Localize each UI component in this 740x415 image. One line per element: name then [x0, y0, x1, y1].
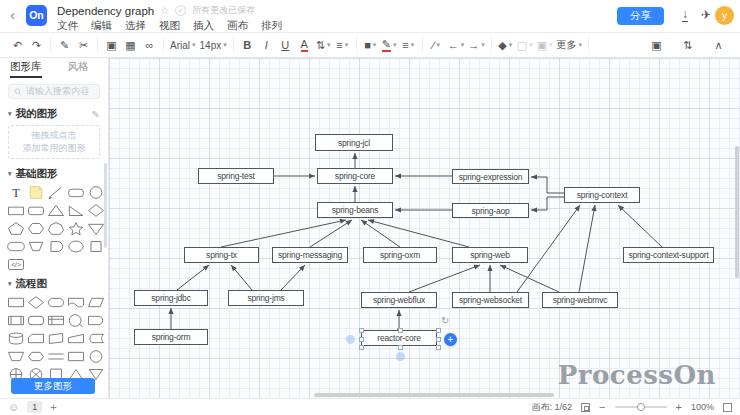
- selection-handle[interactable]: [359, 345, 364, 350]
- diagram-canvas[interactable]: spring-jclspring-testspring-corespring-e…: [109, 58, 740, 398]
- edge-spring-orm-to-spring-jdbc[interactable]: [168, 308, 173, 329]
- sidebar-tab-style[interactable]: 风格: [68, 58, 89, 78]
- shape-card[interactable]: [26, 329, 46, 347]
- view-settings-button[interactable]: ⇅: [680, 37, 695, 54]
- add-page-icon[interactable]: +: [50, 401, 56, 413]
- processon-logo[interactable]: On: [26, 5, 47, 26]
- shape-or-junction[interactable]: [66, 311, 86, 329]
- shape-pentagon[interactable]: [6, 219, 26, 237]
- page-tab-1[interactable]: 1: [27, 401, 42, 413]
- favorite-star-icon[interactable]: ☆: [160, 5, 169, 16]
- my-shapes-header[interactable]: ▾ 我的图形 ✎: [0, 103, 108, 123]
- shape-square[interactable]: [86, 237, 106, 255]
- menu-item-5[interactable]: 插入: [193, 19, 214, 33]
- fit-to-screen-icon[interactable]: [581, 403, 590, 412]
- shape-rect[interactable]: [6, 201, 26, 219]
- line-width-button[interactable]: ≡▾: [401, 37, 416, 54]
- connector-style-button[interactable]: ∕▾: [429, 37, 444, 54]
- shape-terminator[interactable]: [46, 293, 66, 311]
- edge-spring-websocket-to-spring-web[interactable]: [487, 265, 492, 292]
- edge-spring-jms-to-spring-tx[interactable]: [231, 265, 252, 290]
- selection-handle[interactable]: [436, 345, 441, 350]
- clear-format-button[interactable]: ✂: [76, 37, 91, 54]
- shape-decision[interactable]: [26, 293, 46, 311]
- pages-overview-icon[interactable]: ☺: [8, 401, 19, 413]
- node-spring-web[interactable]: spring-web: [452, 247, 528, 263]
- back-icon[interactable]: ‹: [10, 7, 15, 22]
- bring-forward-button[interactable]: ▢▾: [517, 37, 533, 54]
- node-spring-websocket[interactable]: spring-websocket: [452, 292, 529, 308]
- edge-spring-aop-to-spring-beans[interactable]: [395, 207, 452, 212]
- selection-handle[interactable]: [359, 337, 364, 342]
- shape-triangle[interactable]: [46, 201, 66, 219]
- node-spring-context[interactable]: spring-context: [564, 187, 640, 203]
- shape-circle[interactable]: [86, 183, 106, 201]
- node-spring-tx[interactable]: spring-tx: [184, 247, 259, 263]
- selection-handle[interactable]: [436, 328, 441, 333]
- node-spring-oxm[interactable]: spring-oxm: [363, 247, 437, 263]
- quick-add-button[interactable]: +: [444, 333, 457, 346]
- menu-item-4[interactable]: 视图: [159, 19, 180, 33]
- shape-style-button[interactable]: ◆▾: [498, 37, 513, 54]
- edge-spring-messaging-to-spring-beans[interactable]: [310, 220, 352, 247]
- shape-manual-input[interactable]: [66, 329, 86, 347]
- insert-link-button[interactable]: ∞: [142, 37, 157, 54]
- insert-frame-button[interactable]: ▣: [104, 37, 119, 54]
- vertical-scrollbar[interactable]: [735, 146, 739, 278]
- node-spring-expression[interactable]: spring-expression: [452, 169, 529, 184]
- zoom-slider[interactable]: [615, 406, 667, 408]
- underline-button[interactable]: U: [278, 37, 293, 54]
- bold-button[interactable]: B: [240, 37, 255, 54]
- shape-star[interactable]: [66, 219, 86, 237]
- sidebar-tab-shape-library[interactable]: 图形库: [10, 58, 42, 78]
- edge-spring-context-to-spring-aop[interactable]: [531, 197, 564, 213]
- zoom-in-button[interactable]: +: [676, 402, 682, 412]
- edge-spring-web-to-spring-beans[interactable]: [368, 219, 469, 247]
- fill-color-button[interactable]: ■▾: [363, 37, 378, 54]
- shape-search-input[interactable]: 请输入搜索内容: [8, 84, 100, 99]
- edge-spring-webmvc-to-spring-web[interactable]: [500, 265, 559, 292]
- edit-pencil-icon[interactable]: ✎: [92, 109, 100, 120]
- node-spring-beans[interactable]: spring-beans: [317, 202, 393, 218]
- undo-button[interactable]: ↶: [10, 37, 25, 54]
- add-favorite-shapes-dropzone[interactable]: 拖拽或点击 添加常用的图形: [8, 125, 100, 159]
- node-spring-messaging[interactable]: spring-messaging: [272, 247, 348, 263]
- edge-spring-core-to-spring-jcl[interactable]: [352, 153, 357, 168]
- send-icon[interactable]: ✈: [701, 8, 711, 22]
- shape-stored-data[interactable]: [86, 329, 106, 347]
- insert-image-button[interactable]: ▦: [123, 37, 138, 54]
- shape-process-alt[interactable]: [66, 347, 86, 365]
- edge-spring-expression-to-spring-core[interactable]: [395, 173, 452, 178]
- shape-ellipse[interactable]: [66, 237, 86, 255]
- shape-code-block[interactable]: </>: [6, 255, 26, 273]
- menu-item-6[interactable]: 画布: [227, 19, 248, 33]
- rotate-handle-icon[interactable]: ↻: [441, 316, 449, 326]
- shape-internal-storage[interactable]: [46, 311, 66, 329]
- panel-toggle-button[interactable]: ▣: [649, 37, 664, 54]
- more-button[interactable]: 更多▾: [557, 37, 583, 54]
- italic-button[interactable]: I: [259, 37, 274, 54]
- share-button[interactable]: 分享: [617, 7, 664, 25]
- edge-spring-jdbc-to-spring-tx[interactable]: [177, 265, 209, 290]
- shape-heptagon[interactable]: [46, 219, 66, 237]
- node-spring-jms[interactable]: spring-jms: [228, 290, 304, 306]
- edge-spring-test-to-spring-core[interactable]: [274, 173, 315, 178]
- menu-item-3[interactable]: 选择: [125, 19, 146, 33]
- node-spring-aop[interactable]: spring-aop: [452, 203, 529, 218]
- shape-preparation[interactable]: [26, 347, 46, 365]
- redo-button[interactable]: ↷: [29, 37, 44, 54]
- flowchart-shapes-header[interactable]: ▾ 流程图: [0, 273, 108, 293]
- more-shapes-button[interactable]: 更多图形: [11, 378, 95, 394]
- shape-diamond[interactable]: [86, 201, 106, 219]
- shape-hexagon[interactable]: [26, 219, 46, 237]
- node-spring-webmvc[interactable]: spring-webmvc: [542, 292, 618, 308]
- selection-handle[interactable]: [359, 328, 364, 333]
- node-spring-core[interactable]: spring-core: [317, 168, 393, 184]
- shape-tape[interactable]: [46, 329, 66, 347]
- shape-predefined-process[interactable]: [6, 311, 26, 329]
- shape-rounded-rect[interactable]: [66, 183, 86, 201]
- basic-shapes-header[interactable]: ▾ 基础图形: [0, 163, 108, 183]
- shape-pen[interactable]: [46, 183, 66, 201]
- shape-document[interactable]: [66, 293, 86, 311]
- shape-text[interactable]: T: [6, 183, 26, 201]
